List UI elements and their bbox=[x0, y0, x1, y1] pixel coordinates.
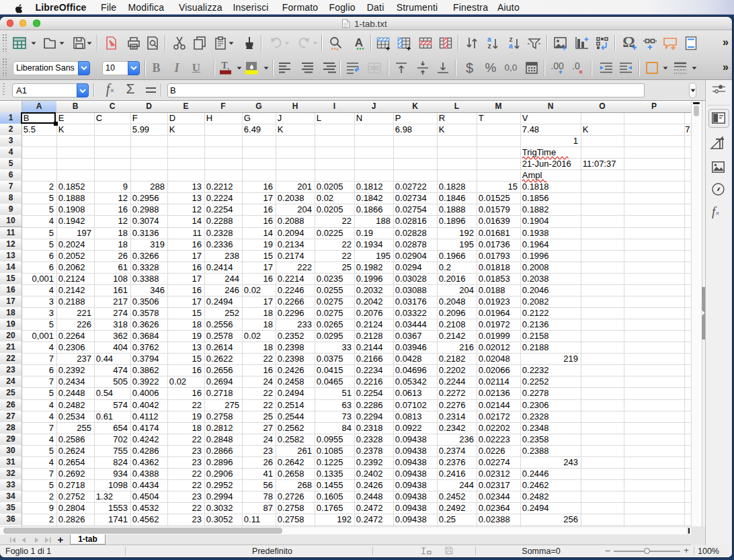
svg-text:T: T bbox=[221, 61, 228, 71]
svg-text:.0: .0 bbox=[572, 61, 580, 71]
svg-text:.00: .00 bbox=[550, 61, 564, 71]
svg-text:z: z bbox=[487, 42, 491, 50]
svg-text:A: A bbox=[355, 36, 363, 49]
svg-text:a: a bbox=[509, 42, 513, 50]
